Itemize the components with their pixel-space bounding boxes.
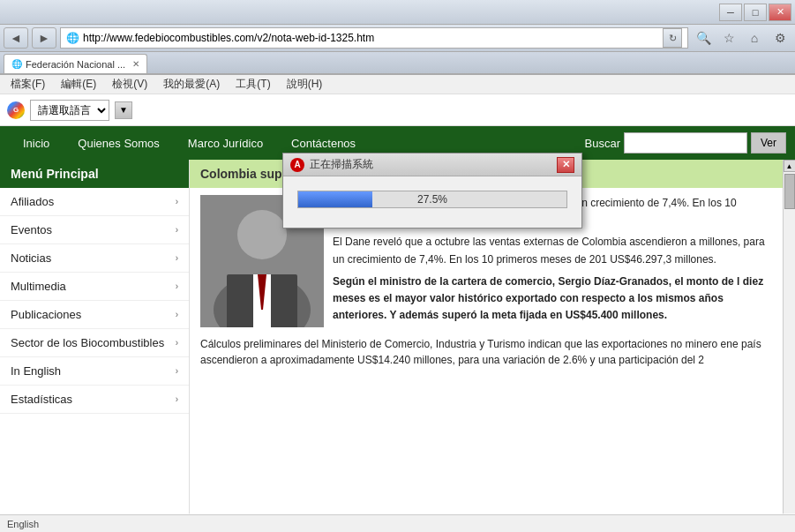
tab-favicon: 🌐 [11, 59, 22, 69]
browser-tab-0[interactable]: 🌐 Federación Nacional ... ✕ [4, 54, 147, 73]
close-button[interactable]: ✕ [769, 4, 791, 21]
refresh-button[interactable]: ↻ [663, 28, 682, 48]
address-bar-area: ◄ ► 🌐 http://www.fedebiocombustibles.com… [0, 25, 795, 52]
settings-icon[interactable]: ⚙ [769, 27, 791, 49]
av-progress-bar: 27.5% [297, 191, 567, 208]
menu-file[interactable]: 檔案(F) [4, 75, 52, 94]
forward-button[interactable]: ► [32, 27, 56, 49]
toolbar-right: 🔍 ☆ ⌂ ⚙ [692, 27, 791, 49]
menu-favorites[interactable]: 我的最愛(A) [156, 75, 227, 94]
tab-label: Federación Nacional ... [26, 59, 125, 70]
tab-bar: 🌐 Federación Nacional ... ✕ [0, 52, 795, 75]
search-icon[interactable]: 🔍 [692, 27, 715, 49]
website-content: Inicio Quienes Somos Marco Jurídico Cont… [0, 126, 795, 532]
av-title-text: 正在掃描系統 [310, 157, 557, 172]
tab-close-icon[interactable]: ✕ [132, 59, 139, 69]
menu-bar: 檔案(F) 編輯(E) 檢視(V) 我的最愛(A) 工具(T) 說明(H) [0, 75, 795, 94]
home-icon[interactable]: ⌂ [743, 27, 766, 49]
language-select[interactable]: 請選取語言 [30, 100, 109, 121]
menu-help[interactable]: 說明(H) [280, 75, 330, 94]
minimize-button[interactable]: ─ [719, 4, 742, 21]
google-icon: G [7, 101, 25, 119]
av-dialog: A 正在掃描系統 ✕ 27.5% [282, 153, 582, 229]
title-bar-buttons: ─ □ ✕ [719, 4, 791, 21]
av-dialog-overlay: A 正在掃描系統 ✕ 27.5% [0, 126, 795, 532]
bottom-bar: English [0, 514, 795, 532]
status-text: English [7, 519, 39, 529]
av-close-button[interactable]: ✕ [557, 157, 574, 173]
browser-content: G 請選取語言 ▼ Inicio Quienes Somos Marco Jur… [0, 94, 795, 532]
av-body: 27.5% [283, 176, 581, 228]
maximize-button[interactable]: □ [744, 4, 767, 21]
star-icon[interactable]: ☆ [717, 27, 740, 49]
title-bar: ─ □ ✕ [0, 0, 795, 25]
translate-bar: G 請選取語言 ▼ [0, 94, 795, 126]
url-text: http://www.fedebiocombustibles.com/v2/no… [83, 32, 663, 44]
menu-edit[interactable]: 編輯(E) [54, 75, 103, 94]
menu-tools[interactable]: 工具(T) [229, 75, 277, 94]
av-title-bar: A 正在掃描系統 ✕ [283, 154, 581, 176]
av-progress-text: 27.5% [417, 193, 447, 206]
av-icon: A [290, 158, 304, 172]
address-actions: ↻ [663, 28, 682, 48]
av-progress-fill [298, 191, 372, 207]
menu-view[interactable]: 檢視(V) [105, 75, 154, 94]
translate-dropdown-btn[interactable]: ▼ [115, 101, 132, 119]
browser-favicon: 🌐 [66, 32, 79, 44]
address-bar[interactable]: 🌐 http://www.fedebiocombustibles.com/v2/… [60, 27, 688, 49]
back-button[interactable]: ◄ [4, 27, 28, 49]
